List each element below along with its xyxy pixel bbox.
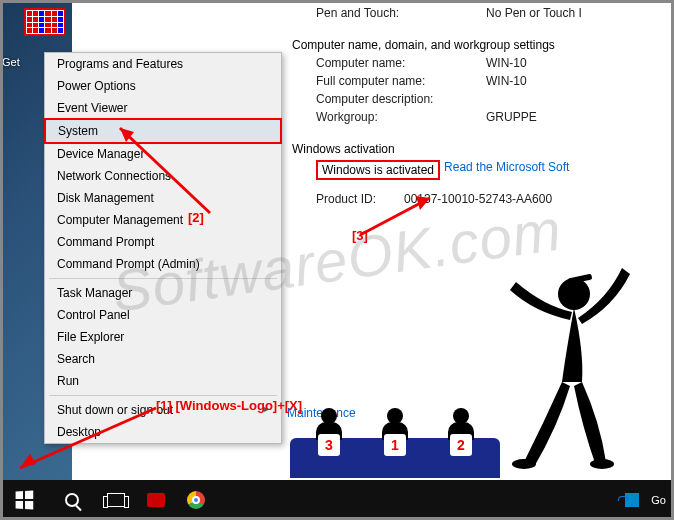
menu-power-options[interactable]: Power Options [45, 75, 281, 97]
menu-task-manager[interactable]: Task Manager [45, 282, 281, 304]
workgroup-label: Workgroup: [316, 110, 486, 124]
taskbar: Go [0, 480, 674, 520]
computer-name-value: WIN-10 [486, 56, 527, 70]
menu-command-prompt-admin[interactable]: Command Prompt (Admin) [45, 253, 281, 275]
menu-programs-features[interactable]: Programs and Features [45, 53, 281, 75]
computer-description-label: Computer description: [316, 92, 486, 106]
full-computer-name-value: WIN-10 [486, 74, 527, 88]
menu-file-explorer[interactable]: File Explorer [45, 326, 281, 348]
pen-touch-label: Pen and Touch: [316, 6, 486, 20]
start-button[interactable] [0, 480, 48, 520]
desktop-shortcut-icon[interactable] [24, 8, 66, 50]
task-view-button[interactable] [96, 480, 136, 520]
menu-computer-management[interactable]: Computer Management [45, 209, 281, 231]
app-icon [147, 493, 165, 507]
menu-event-viewer[interactable]: Event Viewer [45, 97, 281, 119]
menu-separator [49, 278, 277, 279]
activation-status: Windows is activated [316, 160, 440, 180]
product-id-value: 00137-10010-52743-AA600 [404, 192, 552, 206]
svg-point-8 [512, 459, 536, 469]
activation-section: Windows activation [284, 138, 674, 158]
menu-disk-management[interactable]: Disk Management [45, 187, 281, 209]
menu-device-manager[interactable]: Device Manager [45, 143, 281, 165]
menu-search[interactable]: Search [45, 348, 281, 370]
windows-logo-icon [16, 491, 34, 510]
menu-system[interactable]: System [44, 118, 282, 144]
menu-run[interactable]: Run [45, 370, 281, 392]
computer-name-label: Computer name: [316, 56, 486, 70]
workgroup-value: GRUPPE [486, 110, 537, 124]
menu-network-connections[interactable]: Network Connections [45, 165, 281, 187]
taskbar-search-button[interactable] [48, 480, 96, 520]
winx-context-menu: Programs and Features Power Options Even… [44, 52, 282, 444]
search-icon [65, 493, 79, 507]
menu-control-panel[interactable]: Control Panel [45, 304, 281, 326]
desktop-shortcut-label: Get [2, 56, 20, 68]
taskbar-go-text: Go [651, 494, 666, 506]
activation-read-link[interactable]: Read the Microsoft Soft [444, 160, 569, 180]
task-view-icon [107, 493, 125, 507]
chrome-icon [187, 491, 205, 509]
product-id-label: Product ID: [316, 192, 404, 206]
computer-name-section: Computer name, domain, and workgroup set… [284, 34, 674, 54]
full-computer-name-label: Full computer name: [316, 74, 486, 88]
cartoon-judges: 3 1 2 [290, 424, 500, 482]
cartoon-dancer [504, 262, 634, 482]
taskbar-chrome[interactable] [176, 480, 216, 520]
svg-point-9 [590, 459, 614, 469]
menu-separator [49, 395, 277, 396]
menu-shutdown[interactable]: Shut down or sign out [45, 399, 281, 421]
menu-desktop[interactable]: Desktop [45, 421, 281, 443]
pen-touch-value: No Pen or Touch I [486, 6, 582, 20]
taskbar-app-1[interactable] [136, 480, 176, 520]
menu-command-prompt[interactable]: Command Prompt [45, 231, 281, 253]
